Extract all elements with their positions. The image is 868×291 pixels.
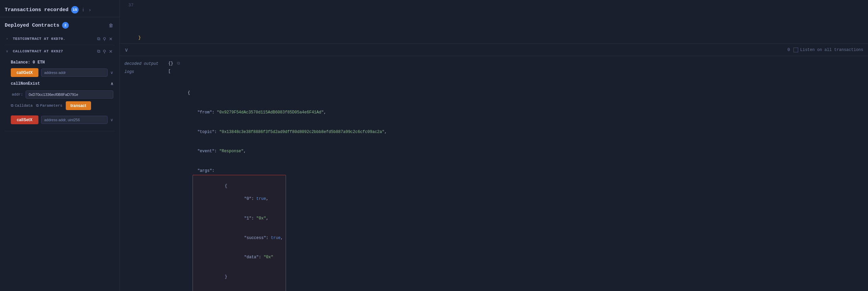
calldata-row: ⧉ Calldata ⧉ Parameters transact <box>11 101 113 110</box>
args-success-line: "success": true, <box>196 235 283 241</box>
balance-row: Balance: 0 ETH <box>11 60 113 65</box>
decoded-output-copy-button[interactable]: ⧉ <box>176 61 181 65</box>
listen-label: Listen on all transactions <box>793 48 863 52</box>
deployed-count-badge: 2 <box>62 22 69 29</box>
callgetx-row: callGetX ∨ <box>11 68 113 77</box>
args-highlighted-box: { "0": true, "1": "0x", "success": true,… <box>193 175 286 291</box>
callnonexist-section: callNonExist ∧ addr: ⧉ Calldata <box>11 80 113 115</box>
parameters-label: ⧉ Parameters <box>36 104 62 108</box>
callsetx-button[interactable]: callSetX <box>11 115 38 124</box>
callcontract-close-button[interactable]: ✕ <box>108 48 113 55</box>
logs-label: logs <box>124 69 168 74</box>
testcontract-name: TESTCONTRACT AT 0XD70. <box>13 37 94 41</box>
addr-param-row: addr: <box>11 90 113 99</box>
parameters-icon: ⧉ <box>36 104 39 108</box>
callsetx-address-input[interactable] <box>41 116 108 124</box>
callcontract-name: CALLCONTRACT AT 0X927 <box>13 49 94 53</box>
args-close-line: } <box>196 274 283 280</box>
addr-input[interactable] <box>26 90 113 99</box>
decoded-output-row: decoded output {} ⧉ <box>120 59 868 68</box>
main-content: 37 } ∨ 0 Listen on all transactions deco… <box>120 0 868 291</box>
logs-args-line: "args": { "0": true, "1": "0x", "success… <box>168 168 863 291</box>
testcontract-row: › TESTCONTRACT AT 0XD70. ⧉ ⚲ ✕ <box>5 33 115 45</box>
addr-label: addr: <box>11 92 23 97</box>
trash-icon: 🗑 <box>109 23 113 28</box>
toolbar-row: ∨ 0 Listen on all transactions <box>120 44 868 56</box>
callcontract-row: ∨ CALLCONTRACT AT 0X927 ⧉ ⚲ ✕ <box>5 45 115 57</box>
calldata-icon: ⧉ <box>11 104 13 108</box>
logs-from-line: "from": "0x9279F54dAc3570d115AdB6083f85D… <box>168 109 863 116</box>
callcontract-expanded: Balance: 0 ETH callGetX ∨ callNonExist ∧ <box>5 57 115 131</box>
deployed-contracts-title: Deployed Contracts <box>5 23 59 28</box>
chevron-down-icon: ∨ <box>124 47 128 53</box>
logs-content-row: { "from": "0x9279F54dAc3570d115AdB6083f8… <box>120 76 868 291</box>
callcontract-item: ∨ CALLCONTRACT AT 0X927 ⧉ ⚲ ✕ Balance: 0… <box>5 45 115 131</box>
decoded-output-brace: {} <box>168 61 173 66</box>
testcontract-chevron-icon[interactable]: › <box>6 37 11 41</box>
logs-content: { "from": "0x9279F54dAc3570d115AdB6083f8… <box>168 77 863 291</box>
callcontract-pin-button[interactable]: ⚲ <box>102 48 107 55</box>
testcontract-item: › TESTCONTRACT AT 0XD70. ⧉ ⚲ ✕ <box>5 33 115 45</box>
calldata-label: ⧉ Calldata <box>11 104 33 108</box>
listen-text: Listen on all transactions <box>800 48 863 52</box>
logs-open-brace: { <box>168 90 863 96</box>
code-area: 37 } <box>120 0 868 44</box>
transactions-label: Transactions recorded <box>5 7 68 13</box>
closing-brace-code: } <box>138 32 141 40</box>
toolbar-number: 0 <box>787 47 790 52</box>
callsetx-dropdown-button[interactable]: ∨ <box>110 117 113 122</box>
callnonexist-header[interactable]: callNonExist ∧ <box>11 80 113 88</box>
callcontract-actions: ⧉ ⚲ ✕ <box>96 48 113 55</box>
expand-transactions-button[interactable]: › <box>88 6 92 13</box>
callgetx-button[interactable]: callGetX <box>11 68 38 77</box>
args-data-line: "data": "0x" <box>196 254 283 261</box>
line-number: 37 <box>120 0 138 8</box>
testcontract-actions: ⧉ ⚲ ✕ <box>96 35 113 42</box>
balance-label: Balance: <box>11 60 30 65</box>
listen-checkbox[interactable] <box>793 48 798 52</box>
callcontract-chevron-icon[interactable]: ∨ <box>6 49 11 53</box>
sidebar: Transactions recorded 15 i › Deployed Co… <box>0 0 120 291</box>
testcontract-pin-button[interactable]: ⚲ <box>102 35 107 42</box>
logs-event-line: "event": "Response", <box>168 148 863 155</box>
calldata-text: Calldata <box>15 104 33 108</box>
info-button[interactable]: i <box>81 6 85 13</box>
transact-button[interactable]: transact <box>66 101 91 110</box>
callgetx-dropdown-button[interactable]: ∨ <box>110 70 113 75</box>
balance-value: 0 ETH <box>33 60 45 65</box>
info-icon: i <box>83 7 84 12</box>
callnonexist-title: callNonExist <box>11 81 40 86</box>
testcontract-close-button[interactable]: ✕ <box>108 35 113 42</box>
trash-button[interactable]: 🗑 <box>107 22 115 29</box>
logs-content-label <box>124 77 168 78</box>
callnonexist-body: addr: ⧉ Calldata ⧉ Parameters <box>11 88 113 115</box>
deployed-contracts-section: Deployed Contracts 2 🗑 › TESTCONTRACT AT… <box>0 17 119 133</box>
deployed-header: Deployed Contracts 2 🗑 <box>5 22 115 29</box>
chevron-right-icon: › <box>89 7 91 12</box>
args-0-line: "0": true, <box>196 196 283 202</box>
callnonexist-collapse-icon: ∧ <box>111 81 113 86</box>
logs-row: logs [ <box>120 68 868 76</box>
logs-bracket: [ <box>168 69 171 74</box>
transactions-count-badge: 15 <box>71 6 79 14</box>
callsetx-row: callSetX ∨ <box>11 115 113 124</box>
transactions-header: Transactions recorded 15 i › <box>0 0 119 17</box>
callcontract-copy-button[interactable]: ⧉ <box>96 48 101 55</box>
logs-topic-line: "topic": "0x13848c3e38f8886f3f5d2ad9dff8… <box>168 129 863 135</box>
logs-open-bracket: [ <box>168 69 863 74</box>
parameters-text: Parameters <box>40 104 62 108</box>
testcontract-copy-button[interactable]: ⧉ <box>96 35 101 42</box>
args-1-line: "1": "0x", <box>196 215 283 222</box>
decoded-output-value: {} ⧉ <box>168 61 863 66</box>
decoded-output-label: decoded output <box>124 61 168 66</box>
callgetx-address-input[interactable] <box>41 69 108 77</box>
transactions-row: Transactions recorded 15 i › <box>5 6 115 14</box>
chevron-down-button[interactable]: ∨ <box>124 47 128 53</box>
output-area: decoded output {} ⧉ logs [ { "from": "0x… <box>120 56 868 291</box>
